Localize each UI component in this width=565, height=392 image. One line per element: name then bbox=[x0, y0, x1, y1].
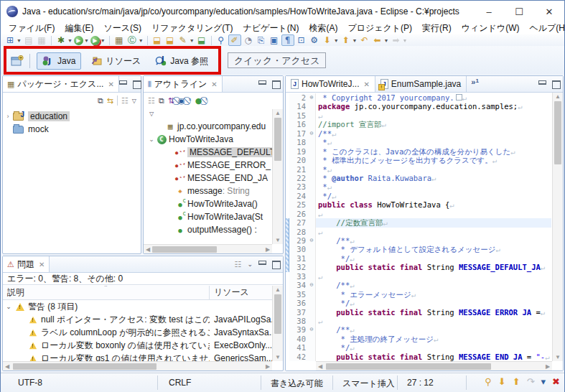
code-line-29[interactable]: 29⊖ /**↵ bbox=[286, 236, 551, 245]
outline-item-howtowritejava[interactable]: ⌄CHowToWriteJava bbox=[144, 133, 283, 146]
fold-toggle-icon[interactable]: ⊖ bbox=[308, 281, 316, 289]
close-find-icon[interactable]: ✖ bbox=[552, 376, 560, 387]
problem-row[interactable]: null ポインター・アクセス: 変数 test はこのロケーショJavaAPI… bbox=[3, 313, 283, 326]
expander-icon[interactable]: ⌄ bbox=[146, 136, 157, 143]
link-with-editor-icon[interactable]: ⇆ bbox=[107, 96, 113, 106]
close-button[interactable]: ✕ bbox=[534, 1, 564, 22]
menu-item[interactable]: 実行(R) bbox=[417, 22, 457, 35]
tab-overflow-indicator[interactable]: »1 bbox=[467, 76, 482, 92]
dropdown-icon[interactable]: ▼ bbox=[402, 38, 407, 43]
code-line-19[interactable]: 19 * このクラスは、Javaの全体の構成を分かり易くした↵ bbox=[286, 147, 551, 156]
expander-icon[interactable]: › bbox=[3, 113, 13, 120]
run-icon[interactable]: ▶▼ bbox=[74, 34, 89, 46]
expander-icon[interactable]: ⌄ bbox=[3, 303, 14, 310]
problem-row[interactable]: ローカル変数 boxonly の値は使用されていませんExecBoxOnly..… bbox=[3, 339, 283, 352]
dropdown-icon[interactable]: ▼ bbox=[190, 38, 195, 43]
hide-local-types-icon[interactable]: ⃠ˡ bbox=[205, 96, 207, 106]
dropdown-icon[interactable]: ▼ bbox=[67, 38, 73, 43]
open-resource-folder-icon[interactable]: ⬓ bbox=[151, 34, 163, 46]
outline-item-jp-co-yourcompany-edu[interactable]: ▦jp.co.yourcompany.edu bbox=[144, 120, 283, 133]
hide-non-public-icon[interactable]: ● bbox=[195, 96, 202, 106]
code-line-25[interactable]: 25public class HowToWriteJava {↵ bbox=[286, 200, 551, 209]
menu-item[interactable]: プロジェクト(P) bbox=[342, 22, 417, 35]
link-with-icon[interactable]: ↷ bbox=[527, 376, 535, 387]
package-explorer-tab[interactable]: ▦ パッケージ・エクス... ✕ bbox=[3, 76, 119, 92]
open-type-icon[interactable]: ⎘ bbox=[256, 34, 267, 46]
code-line-33[interactable]: 33↵ bbox=[286, 272, 551, 281]
code-line-40[interactable]: 40 * 主処理の終了メッセージ↵ bbox=[286, 335, 551, 343]
dropdown-icon[interactable]: ▼ bbox=[17, 38, 22, 43]
find-icon[interactable]: ⚲ bbox=[485, 376, 492, 387]
tasks-icon[interactable]: ◔ bbox=[243, 34, 254, 46]
close-icon[interactable]: ✕ bbox=[211, 80, 217, 88]
package-folder-icon[interactable]: ⬓ bbox=[196, 34, 207, 46]
code-line-37[interactable]: 37 public static final String MESSAGE_ER… bbox=[286, 308, 551, 317]
view-menu-icon[interactable]: ▽ bbox=[132, 98, 136, 104]
new-wizard-icon[interactable]: ⊞▼ bbox=[4, 34, 22, 46]
code-line-22[interactable]: 22 * @author Raita.Kuwabara↵ bbox=[286, 174, 551, 182]
back-icon[interactable]: ⬅▼ bbox=[372, 34, 389, 46]
code-line-21[interactable]: 21 *↵ bbox=[286, 165, 551, 174]
view-menu-icon[interactable]: ▽ bbox=[149, 111, 154, 117]
search-icon[interactable]: ⚲ bbox=[215, 34, 227, 46]
code-line-16[interactable]: 16//import 宣言部↵ bbox=[286, 120, 551, 129]
code-line-18[interactable]: 18 *↵ bbox=[286, 138, 551, 146]
menu-item[interactable]: ファイル(F) bbox=[4, 22, 60, 35]
outline-item-message_end_ja[interactable]: ˢᶠMESSAGE_END_JA bbox=[144, 172, 283, 185]
collapse-all-icon[interactable]: ⧉ bbox=[159, 96, 164, 106]
code-line-34[interactable]: 34⊖ /**↵ bbox=[286, 281, 551, 289]
focus-icon[interactable]: ☷ bbox=[235, 260, 242, 269]
code-line-38[interactable]: 38↵ bbox=[286, 317, 551, 325]
maximize-view-icon[interactable] bbox=[272, 80, 280, 88]
last-edit-location-icon[interactable]: ↶ bbox=[359, 34, 370, 46]
dropdown-icon[interactable]: ▼ bbox=[352, 38, 358, 43]
view-menu-icon[interactable]: ▾ bbox=[541, 376, 546, 387]
maximize-view-icon[interactable] bbox=[133, 80, 141, 88]
next-match-icon[interactable]: ⬇ bbox=[498, 376, 506, 387]
code-line-41[interactable]: 41 */↵ bbox=[286, 343, 551, 352]
editor-hscrollbar[interactable]: ◀▶ bbox=[316, 361, 552, 370]
problems-group-warnings[interactable]: ⌄警告 (8 項目) bbox=[3, 300, 283, 313]
open-folder-icon[interactable]: ⬓ bbox=[164, 34, 176, 46]
close-icon[interactable]: ✕ bbox=[39, 261, 45, 269]
show-whitespace-icon[interactable]: ¶ bbox=[281, 34, 294, 46]
fold-toggle-icon[interactable]: ⊖ bbox=[308, 236, 316, 245]
focus-icon[interactable]: ☷ bbox=[121, 96, 129, 106]
menu-item[interactable]: リファクタリング(T) bbox=[146, 22, 238, 35]
code-line-39[interactable]: 39⊖ /**↵ bbox=[286, 325, 551, 334]
code-line-20[interactable]: 20 * 標準出力にメッセージを出力するクラスです。↵ bbox=[286, 156, 551, 164]
column-header-description[interactable]: 説明⌃ bbox=[3, 286, 210, 299]
minimize-view-icon[interactable] bbox=[258, 261, 266, 268]
outline-item-outputmessage-[interactable]: outputMessage() : bbox=[144, 223, 283, 236]
prev-annotation-icon[interactable]: ⬆▼ bbox=[340, 34, 358, 46]
next-annotation-icon[interactable]: ⬇▼ bbox=[322, 34, 339, 46]
close-icon[interactable]: ✕ bbox=[108, 80, 113, 88]
console-icon[interactable]: ⊡ bbox=[296, 34, 307, 46]
fold-toggle-icon[interactable]: ⊖ bbox=[308, 129, 316, 138]
minimize-view-icon[interactable] bbox=[258, 80, 266, 88]
tree-item-mock[interactable]: mock bbox=[3, 123, 141, 136]
code-line-30[interactable]: 30 * デフォルト値として設定されるメッセージ↵ bbox=[286, 245, 551, 253]
code-line-15[interactable]: 15↵ bbox=[286, 111, 551, 120]
tree-item-education[interactable]: ›education bbox=[3, 110, 141, 123]
quick-access-button[interactable]: クイック・アクセス bbox=[228, 52, 326, 68]
problems-vscrollbar[interactable]: ▲▼ bbox=[272, 286, 283, 361]
outline-hscrollbar[interactable]: ◀▶ bbox=[144, 244, 272, 253]
code-line-31[interactable]: 31 */↵ bbox=[286, 254, 551, 263]
close-tab-icon[interactable]: ✕ bbox=[363, 80, 369, 88]
menu-item[interactable]: ヘルプ(H) bbox=[524, 22, 565, 35]
coverage-icon[interactable]: ▶▼ bbox=[90, 34, 106, 46]
hide-fields-icon[interactable]: ⃠◉ bbox=[178, 96, 185, 106]
focus-icon[interactable]: ☷ bbox=[148, 96, 155, 106]
outline-item-message_default[interactable]: ˢᶠMESSAGE_DEFAULT bbox=[144, 146, 283, 159]
maximize-button[interactable]: ☐ bbox=[504, 1, 534, 22]
sort-icon[interactable]: ⇅ bbox=[168, 96, 174, 106]
prev-match-icon[interactable]: ⬆ bbox=[513, 376, 520, 387]
outline-item-howtowritejava-st[interactable]: HowToWriteJava(St bbox=[144, 210, 283, 223]
code-line-24[interactable]: 24 */↵ bbox=[286, 192, 551, 200]
code-line-42[interactable]: 42 public static final String MESSAGE_EN… bbox=[286, 353, 551, 361]
type-hierarchy-icon[interactable]: ▣ bbox=[269, 34, 280, 46]
collapse-all-icon[interactable]: ⧉ bbox=[98, 96, 103, 106]
code-line-17[interactable]: 17⊖/**↵ bbox=[286, 129, 551, 138]
menu-item[interactable]: 検索(A) bbox=[304, 22, 342, 35]
